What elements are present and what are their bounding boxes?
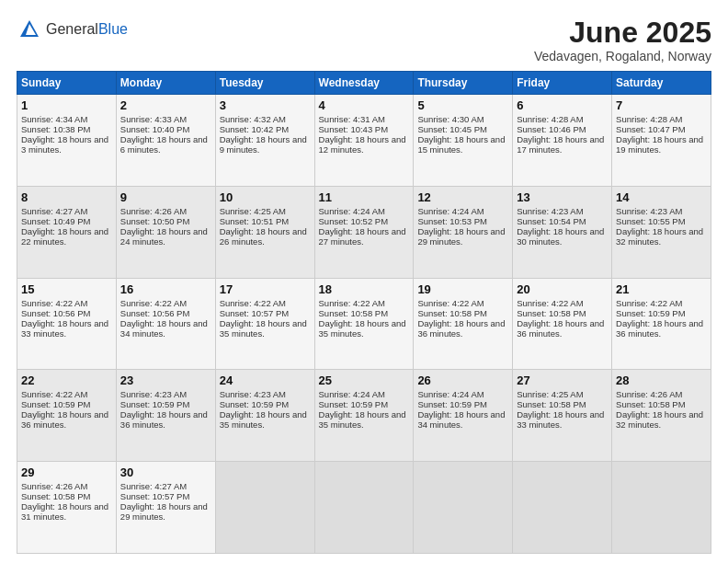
calendar-day-19: 19Sunrise: 4:22 AMSunset: 10:58 PMDaylig… [414, 278, 513, 370]
sunset-text: Sunset: 10:59 PM [319, 399, 389, 409]
sunset-text: Sunset: 10:38 PM [21, 124, 91, 134]
weekday-header-saturday: Saturday [612, 72, 711, 95]
weekday-header-thursday: Thursday [414, 72, 513, 95]
weekday-header-sunday: Sunday [17, 72, 117, 95]
day-number: 26 [417, 373, 508, 387]
weekday-header-row: SundayMondayTuesdayWednesdayThursdayFrid… [17, 72, 711, 95]
daylight-text: Daylight: 18 hours and 22 minutes. [21, 226, 108, 247]
sunrise-text: Sunrise: 4:28 AM [517, 114, 583, 124]
day-number: 20 [517, 282, 608, 296]
calendar-day-7: 7Sunrise: 4:28 AMSunset: 10:47 PMDayligh… [612, 95, 711, 187]
calendar-day-9: 9Sunrise: 4:26 AMSunset: 10:50 PMDayligh… [116, 186, 215, 278]
daylight-text: Daylight: 18 hours and 31 minutes. [21, 501, 108, 522]
calendar-week-5: 29Sunrise: 4:26 AMSunset: 10:58 PMDaylig… [17, 462, 711, 554]
sunset-text: Sunset: 10:42 PM [220, 124, 290, 134]
sunrise-text: Sunrise: 4:24 AM [417, 206, 483, 216]
day-number: 3 [220, 98, 311, 112]
calendar-day-21: 21Sunrise: 4:22 AMSunset: 10:59 PMDaylig… [612, 278, 711, 370]
daylight-text: Daylight: 18 hours and 26 minutes. [220, 226, 307, 247]
calendar-day-8: 8Sunrise: 4:27 AMSunset: 10:49 PMDayligh… [17, 186, 117, 278]
calendar-day-17: 17Sunrise: 4:22 AMSunset: 10:57 PMDaylig… [215, 278, 314, 370]
sunset-text: Sunset: 10:59 PM [120, 399, 190, 409]
sunrise-text: Sunrise: 4:27 AM [21, 206, 87, 216]
weekday-header-wednesday: Wednesday [314, 72, 414, 95]
calendar-week-2: 8Sunrise: 4:27 AMSunset: 10:49 PMDayligh… [17, 186, 711, 278]
day-number: 11 [319, 190, 410, 204]
calendar-day-29: 29Sunrise: 4:26 AMSunset: 10:58 PMDaylig… [17, 462, 117, 554]
calendar-week-3: 15Sunrise: 4:22 AMSunset: 10:56 PMDaylig… [17, 278, 711, 370]
calendar-day-15: 15Sunrise: 4:22 AMSunset: 10:56 PMDaylig… [17, 278, 117, 370]
day-number: 7 [616, 98, 707, 112]
sunrise-text: Sunrise: 4:26 AM [21, 481, 87, 491]
calendar-day-22: 22Sunrise: 4:22 AMSunset: 10:59 PMDaylig… [17, 370, 117, 462]
day-number: 13 [517, 190, 608, 204]
sunset-text: Sunset: 10:53 PM [417, 216, 487, 226]
calendar-day-25: 25Sunrise: 4:24 AMSunset: 10:59 PMDaylig… [314, 370, 414, 462]
day-number: 23 [120, 373, 211, 387]
sunrise-text: Sunrise: 4:25 AM [220, 206, 286, 216]
calendar-day-16: 16Sunrise: 4:22 AMSunset: 10:56 PMDaylig… [116, 278, 215, 370]
sunrise-text: Sunrise: 4:26 AM [120, 206, 187, 216]
day-number: 24 [220, 373, 311, 387]
daylight-text: Daylight: 18 hours and 35 minutes. [319, 409, 406, 430]
calendar-day-4: 4Sunrise: 4:31 AMSunset: 10:43 PMDayligh… [314, 95, 414, 187]
day-number: 18 [319, 282, 410, 296]
day-number: 9 [120, 190, 211, 204]
daylight-text: Daylight: 18 hours and 9 minutes. [220, 134, 307, 155]
daylight-text: Daylight: 18 hours and 3 minutes. [21, 134, 108, 155]
sunset-text: Sunset: 10:45 PM [417, 124, 487, 134]
sunrise-text: Sunrise: 4:28 AM [616, 114, 682, 124]
sunset-text: Sunset: 10:59 PM [616, 308, 686, 318]
calendar-day-23: 23Sunrise: 4:23 AMSunset: 10:59 PMDaylig… [116, 370, 215, 462]
day-number: 28 [616, 373, 707, 387]
daylight-text: Daylight: 18 hours and 33 minutes. [517, 409, 604, 430]
logo-blue: Blue [98, 21, 128, 37]
logo-icon [17, 17, 42, 42]
calendar-day-12: 12Sunrise: 4:24 AMSunset: 10:53 PMDaylig… [414, 186, 513, 278]
daylight-text: Daylight: 18 hours and 15 minutes. [417, 134, 505, 155]
calendar-day-24: 24Sunrise: 4:23 AMSunset: 10:59 PMDaylig… [215, 370, 314, 462]
calendar-day-3: 3Sunrise: 4:32 AMSunset: 10:42 PMDayligh… [215, 95, 314, 187]
calendar-day-30: 30Sunrise: 4:27 AMSunset: 10:57 PMDaylig… [116, 462, 215, 554]
sunset-text: Sunset: 10:59 PM [21, 399, 91, 409]
sunset-text: Sunset: 10:58 PM [517, 308, 586, 318]
calendar-day-empty [215, 462, 314, 554]
sunset-text: Sunset: 10:49 PM [21, 216, 91, 226]
sunrise-text: Sunrise: 4:32 AM [220, 114, 286, 124]
sunset-text: Sunset: 10:58 PM [616, 399, 686, 409]
daylight-text: Daylight: 18 hours and 12 minutes. [319, 134, 406, 155]
daylight-text: Daylight: 18 hours and 36 minutes. [120, 409, 208, 430]
day-number: 14 [616, 190, 707, 204]
calendar-day-empty [612, 462, 711, 554]
calendar-week-1: 1Sunrise: 4:34 AMSunset: 10:38 PMDayligh… [17, 95, 711, 187]
weekday-header-tuesday: Tuesday [215, 72, 314, 95]
logo: GeneralBlue [17, 17, 128, 42]
month-title: June 2025 [534, 17, 711, 49]
daylight-text: Daylight: 18 hours and 33 minutes. [21, 318, 108, 339]
day-number: 4 [319, 98, 410, 112]
day-number: 5 [417, 98, 508, 112]
daylight-text: Daylight: 18 hours and 35 minutes. [220, 318, 307, 339]
sunset-text: Sunset: 10:47 PM [616, 124, 686, 134]
daylight-text: Daylight: 18 hours and 35 minutes. [220, 409, 307, 430]
sunset-text: Sunset: 10:56 PM [21, 308, 91, 318]
sunrise-text: Sunrise: 4:22 AM [220, 298, 286, 308]
sunset-text: Sunset: 10:57 PM [120, 491, 190, 501]
calendar-week-4: 22Sunrise: 4:22 AMSunset: 10:59 PMDaylig… [17, 370, 711, 462]
sunrise-text: Sunrise: 4:23 AM [220, 389, 286, 399]
header: GeneralBlue June 2025 Vedavagen, Rogalan… [17, 17, 711, 63]
calendar-day-27: 27Sunrise: 4:25 AMSunset: 10:58 PMDaylig… [513, 370, 612, 462]
calendar-day-5: 5Sunrise: 4:30 AMSunset: 10:45 PMDayligh… [414, 95, 513, 187]
calendar-day-26: 26Sunrise: 4:24 AMSunset: 10:59 PMDaylig… [414, 370, 513, 462]
sunset-text: Sunset: 10:58 PM [319, 308, 389, 318]
calendar-day-20: 20Sunrise: 4:22 AMSunset: 10:58 PMDaylig… [513, 278, 612, 370]
sunrise-text: Sunrise: 4:24 AM [319, 389, 385, 399]
sunset-text: Sunset: 10:59 PM [417, 399, 487, 409]
day-number: 27 [517, 373, 608, 387]
day-number: 1 [21, 98, 112, 112]
daylight-text: Daylight: 18 hours and 34 minutes. [417, 409, 505, 430]
weekday-header-friday: Friday [513, 72, 612, 95]
sunset-text: Sunset: 10:43 PM [319, 124, 389, 134]
calendar-day-11: 11Sunrise: 4:24 AMSunset: 10:52 PMDaylig… [314, 186, 414, 278]
sunset-text: Sunset: 10:57 PM [220, 308, 290, 318]
